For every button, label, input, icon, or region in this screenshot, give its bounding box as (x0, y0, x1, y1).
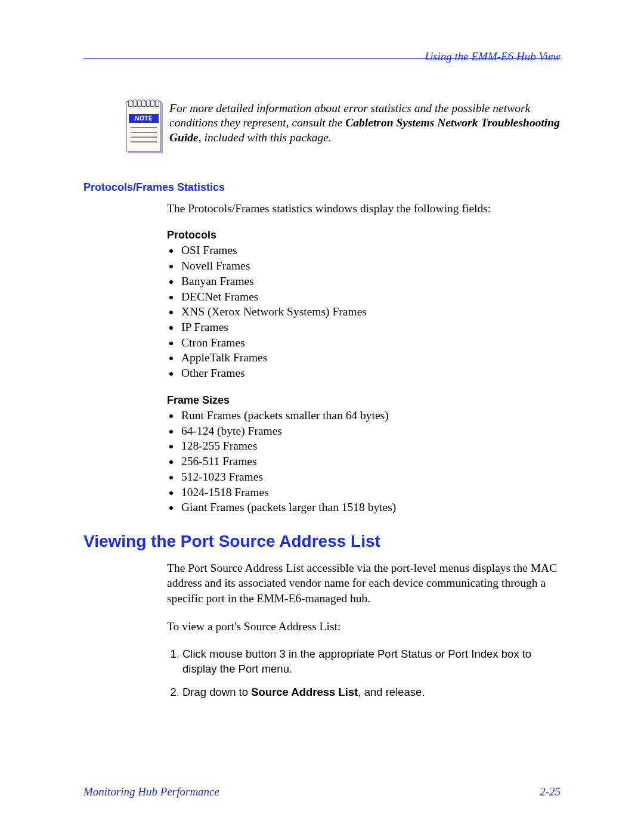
list-item: 64-124 (byte) Frames (180, 423, 561, 439)
addr-body: The Port Source Address List accessible … (167, 561, 561, 700)
list-item: Banyan Frames (180, 274, 561, 289)
step-bold: Source Address List (251, 686, 358, 698)
note-text: For more detailed information about erro… (169, 101, 561, 145)
section-heading: Protocols/Frames Statistics (83, 181, 561, 194)
list-item: Novell Frames (180, 258, 561, 274)
footer: Monitoring Hub Performance 2-25 (83, 785, 561, 798)
running-header: Using the EMM-E6 Hub View (425, 50, 561, 63)
note-block: NOTE For more detailed information about… (83, 101, 561, 151)
h2-heading: Viewing the Port Source Address List (83, 532, 561, 551)
list-item: 256-511 Frames (180, 454, 561, 469)
step-pre: Click mouse button 3 in the appropriate … (182, 648, 531, 675)
list-item: 128-255 Frames (180, 438, 561, 454)
list-item: IP Frames (180, 320, 561, 335)
list-item: OSI Frames (180, 243, 561, 258)
addr-para1: The Port Source Address List accessible … (167, 561, 561, 606)
steps-list: Click mouse button 3 in the appropriate … (167, 647, 561, 700)
list-item: DECNet Frames (180, 289, 561, 305)
section-intro: The Protocols/Frames statistics windows … (167, 201, 561, 216)
list-item: 1024-1518 Frames (180, 485, 561, 500)
step-item: Click mouse button 3 in the appropriate … (182, 647, 561, 677)
frame-sizes-list: Runt Frames (packets smaller than 64 byt… (167, 408, 561, 515)
page: Using the EMM-E6 Hub View NOTE For more … (0, 0, 644, 833)
footer-right: 2-25 (540, 785, 561, 798)
note-badge: NOTE (129, 114, 159, 123)
step-pre: Drag down to (182, 686, 251, 698)
list-item: Giant Frames (packets larger than 1518 b… (180, 500, 561, 515)
content-area: NOTE For more detailed information about… (83, 101, 561, 708)
list-item: AppleTalk Frames (180, 350, 561, 366)
frame-sizes-heading: Frame Sizes (167, 394, 561, 407)
body-column: The Protocols/Frames statistics windows … (167, 201, 561, 515)
list-item: 512-1023 Frames (180, 469, 561, 485)
footer-left: Monitoring Hub Performance (83, 785, 219, 798)
list-item: XNS (Xerox Network Systems) Frames (180, 304, 561, 320)
step-post: , and release. (358, 686, 425, 698)
step-item: Drag down to Source Address List, and re… (182, 685, 561, 700)
header-rule (83, 58, 561, 59)
addr-para2: To view a port's Source Address List: (167, 619, 561, 634)
list-item: Ctron Frames (180, 335, 561, 351)
note-icon: NOTE (126, 101, 161, 151)
protocols-heading: Protocols (167, 229, 561, 241)
list-item: Runt Frames (packets smaller than 64 byt… (180, 408, 561, 423)
list-item: Other Frames (180, 366, 561, 381)
protocols-list: OSI Frames Novell Frames Banyan Frames D… (167, 243, 561, 381)
note-text-b: , included with this package. (199, 131, 332, 144)
